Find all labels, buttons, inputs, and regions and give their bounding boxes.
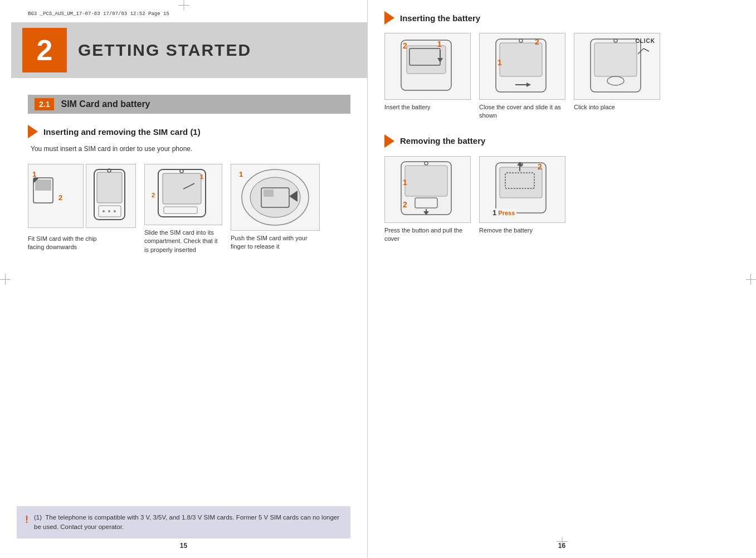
battery-insert-img1: 2 1 [384, 33, 471, 100]
inserting-battery-title: Inserting the battery [400, 13, 480, 23]
svg-text:2: 2 [152, 192, 155, 198]
click-label: CLICK [635, 38, 655, 44]
note-content: The telephone is compatible with 3 V, 3/… [34, 514, 339, 530]
svg-text:2: 2 [538, 162, 542, 171]
battery-remove-caption1: Press the button and pull the cover [384, 226, 471, 244]
crosshair-right [746, 279, 756, 280]
step2-image: 1 2 [144, 164, 222, 225]
battery-insert-step2: 2 1 Close the cover and slide it as show… [479, 33, 565, 120]
svg-text:1: 1 [239, 170, 243, 178]
inserting-battery-heading: Inserting the battery [384, 11, 728, 25]
right-page: Inserting the battery 2 [368, 0, 756, 558]
subsection-heading: Inserting and removing the SIM card (1) [28, 125, 350, 138]
svg-text:2: 2 [403, 41, 407, 50]
left-page-number: 15 [180, 542, 187, 550]
svg-rect-33 [500, 43, 542, 76]
section-title: SIM Card and battery [61, 99, 150, 109]
svg-point-9 [103, 210, 105, 212]
crosshair-right-v [750, 274, 751, 285]
triangle-icon [28, 125, 38, 138]
svg-text:1: 1 [498, 58, 502, 67]
exclamation-icon: ! [25, 514, 28, 526]
svg-rect-22 [264, 190, 274, 197]
subsection-title: Inserting and removing the SIM card (1) [43, 127, 201, 137]
battery-insert-img2: 2 1 [479, 33, 565, 100]
svg-text:2: 2 [403, 200, 407, 209]
battery-insert-caption1: Insert the battery [384, 103, 431, 111]
battery-insert-img3: CLICK [574, 33, 660, 100]
battery-remove-step2: 2 1 Press Remove the battery [479, 156, 565, 235]
intro-text: You must insert a SIM card in order to u… [31, 145, 350, 153]
note-footnote: (1) [34, 514, 42, 521]
step3-caption: Push the SIM card with your finger to re… [231, 234, 309, 251]
battery-insert-caption3: Click into place [574, 103, 615, 111]
page-container: BG3 _PCS_AUS_UM_17-07-03 17/07/03 12:52 … [0, 0, 756, 558]
svg-point-11 [114, 210, 116, 212]
step3-image: 1 [231, 164, 320, 231]
svg-rect-1 [35, 179, 51, 191]
battery-insert-step1: 2 1 Insert the battery [384, 33, 471, 111]
svg-line-44 [643, 48, 649, 51]
svg-text:1: 1 [200, 173, 203, 180]
section-number: 2.1 [35, 98, 54, 110]
step3-item: 1 Push the SIM card with your finger to … [231, 164, 320, 251]
svg-rect-46 [405, 166, 447, 196]
battery-insert-step3: CLICK Click into p [574, 33, 660, 111]
svg-text:2: 2 [535, 37, 539, 46]
svg-text:1: 1 [32, 170, 36, 178]
svg-text:1: 1 [437, 40, 442, 48]
svg-point-10 [108, 210, 110, 212]
press-label: 1 Press [491, 208, 516, 217]
battery-remove-caption2: Remove the battery [479, 226, 533, 235]
svg-rect-40 [594, 43, 637, 76]
battery-remove-step1: 1 2 Press the button and pull the cover [384, 156, 471, 244]
svg-rect-6 [97, 172, 122, 203]
inserting-battery-section: Inserting the battery 2 [384, 11, 728, 120]
header-meta: BG3 _PCS_AUS_UM_17-07-03 17/07/03 12:52 … [28, 11, 350, 17]
battery-insert-caption2: Close the cover and slide it as shown [479, 103, 565, 120]
svg-rect-15 [164, 207, 197, 214]
section-header: 2.1 SIM Card and battery [28, 95, 350, 114]
battery-remove-img2: 2 1 Press [479, 156, 565, 223]
sim-steps-row: 1 2 [28, 164, 350, 254]
chapter-number: 2 [22, 28, 67, 72]
note-box: ! (1) The telephone is compatible with 3… [17, 506, 350, 539]
chapter-title: GETTING STARTED [78, 41, 251, 60]
svg-text:1: 1 [403, 178, 407, 187]
step1b-image [86, 164, 136, 228]
removing-battery-section: Removing the battery [384, 134, 728, 244]
step2-caption: Slide the SIM card into its compartment.… [144, 229, 222, 254]
svg-rect-54 [500, 167, 542, 198]
svg-text:2: 2 [58, 193, 62, 202]
crosshair-left-v [5, 274, 6, 285]
triangle-battery-remove-icon [384, 134, 394, 148]
step1a-image: 1 2 [28, 164, 84, 228]
removing-battery-title: Removing the battery [400, 136, 485, 145]
left-page: BG3 _PCS_AUS_UM_17-07-03 17/07/03 12:52 … [0, 0, 368, 558]
battery-remove-img1: 1 2 [384, 156, 471, 223]
removing-battery-heading: Removing the battery [384, 134, 728, 148]
step1-caption: Fit SIM card with the chip facing downwa… [28, 235, 106, 252]
triangle-battery-insert-icon [384, 11, 394, 25]
svg-rect-13 [163, 173, 201, 204]
crosshair-top-h [178, 5, 189, 6]
battery-remove-steps: 1 2 Press the button and pull the cover [384, 156, 728, 244]
note-text: (1) The telephone is compatible with 3 V… [34, 513, 342, 532]
right-page-number: 16 [558, 542, 565, 550]
chapter-heading: 2 GETTING STARTED [11, 22, 367, 78]
battery-insert-steps: 2 1 Insert the battery [384, 33, 728, 120]
step2-item: 1 2 Slide the SIM card into its compartm… [144, 164, 222, 254]
